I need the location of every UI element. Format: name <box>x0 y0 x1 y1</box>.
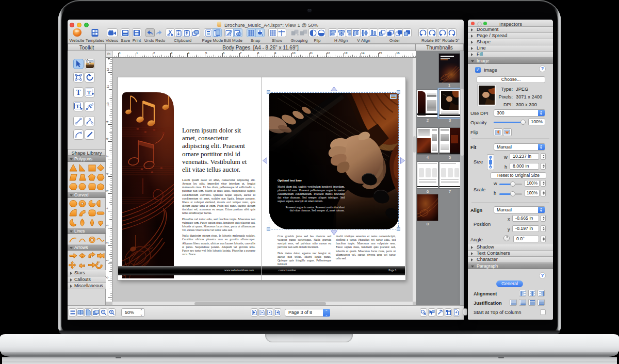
svg-text:T: T <box>87 89 91 95</box>
svg-text:T: T <box>76 103 80 109</box>
svg-text:T: T <box>76 89 81 96</box>
